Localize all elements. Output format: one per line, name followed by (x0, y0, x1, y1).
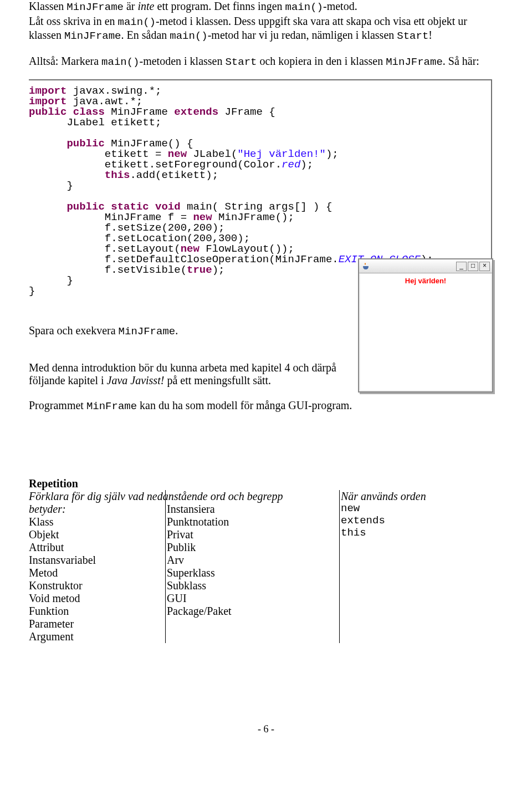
paragraph-2: Låt oss skriva in en main()-metod i klas… (29, 15, 492, 43)
paragraph-5: Med denna introduktion bör du kunna arbe… (29, 361, 339, 387)
maximize-button[interactable]: □ (468, 262, 478, 271)
repetition-title: Repetition (29, 477, 492, 490)
page-number: - 6 - (0, 723, 532, 735)
minimize-button[interactable]: _ (456, 262, 467, 271)
java-window: _ □ × Hej världen! (358, 258, 493, 393)
close-button[interactable]: × (479, 262, 490, 271)
hello-world-label: Hej världen! (405, 277, 446, 285)
java-icon (361, 262, 370, 271)
paragraph-6: Programmet MinFrame kan du ha som modell… (29, 399, 492, 413)
paragraph-3: Alltså: Markera main()-metoden i klassen… (29, 55, 492, 69)
rep-col-1: Förklara för dig själv vad nedanstående … (29, 490, 165, 643)
window-content: Hej världen! (360, 274, 491, 390)
paragraph-1: Klassen MinJFrame är inte ett program. D… (29, 0, 492, 14)
repetition-section: Repetition Förklara för dig själv vad ne… (29, 477, 492, 643)
window-titlebar: _ □ × (359, 259, 492, 273)
rep-col-3: När används orden new extends this (339, 490, 490, 643)
